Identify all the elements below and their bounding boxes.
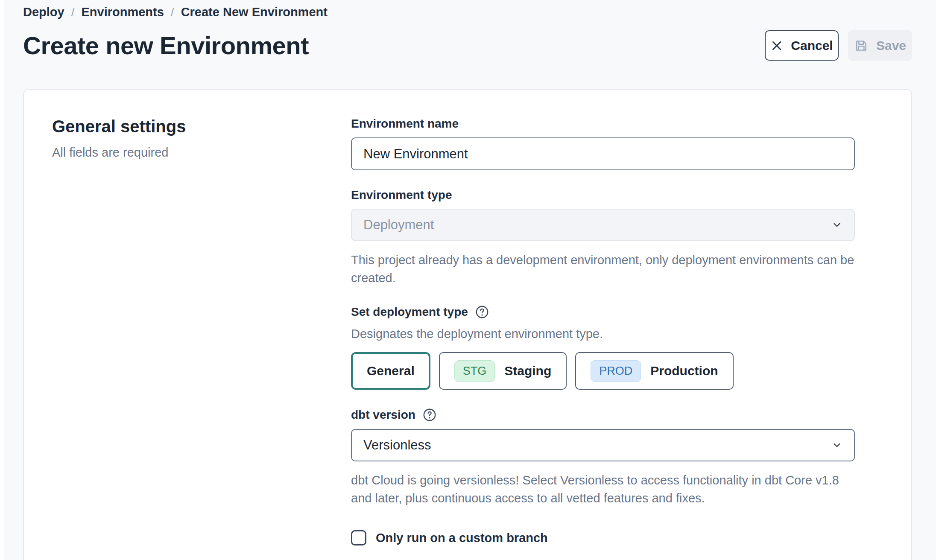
dbt-version-field: dbt version Versionless xyxy=(351,408,855,507)
custom-branch-field: Only run on a custom branch xyxy=(351,530,855,545)
environment-type-value: Deployment xyxy=(363,217,434,233)
chevron-down-icon xyxy=(831,440,842,451)
breadcrumb: Deploy / Environments / Create New Envir… xyxy=(23,4,912,19)
deployment-type-description: Designates the deployment environment ty… xyxy=(351,327,855,341)
deployment-type-label: Set deployment type xyxy=(351,305,468,319)
environment-name-label: Environment name xyxy=(351,117,855,131)
environment-type-field: Environment type Deployment This project… xyxy=(351,188,855,287)
dbt-version-value: Versionless xyxy=(363,438,431,453)
staging-badge: STG xyxy=(454,360,495,382)
save-icon xyxy=(854,38,869,53)
section-heading: General settings xyxy=(52,117,351,136)
breadcrumb-separator: / xyxy=(171,6,174,19)
deployment-type-field: Set deployment type Designates the deplo… xyxy=(351,305,855,390)
save-button-label: Save xyxy=(876,38,906,53)
deployment-type-options: General STG Staging PROD Production xyxy=(351,352,855,390)
dbt-version-select[interactable]: Versionless xyxy=(351,429,855,461)
close-icon xyxy=(770,39,783,52)
section-intro: General settings All fields are required xyxy=(52,117,351,545)
help-icon[interactable] xyxy=(422,408,437,422)
custom-branch-label[interactable]: Only run on a custom branch xyxy=(376,531,548,545)
breadcrumb-separator: / xyxy=(71,6,75,19)
deployment-type-option-staging[interactable]: STG Staging xyxy=(439,352,567,390)
general-settings-card: General settings All fields are required… xyxy=(23,89,912,560)
environment-type-label: Environment type xyxy=(351,188,855,202)
environment-type-select[interactable]: Deployment xyxy=(351,209,855,241)
custom-branch-checkbox[interactable] xyxy=(351,530,366,545)
chevron-down-icon xyxy=(831,219,842,230)
cancel-button[interactable]: Cancel xyxy=(765,30,839,61)
cancel-button-label: Cancel xyxy=(791,38,833,53)
breadcrumb-environments[interactable]: Environments xyxy=(81,5,164,19)
breadcrumb-current: Create New Environment xyxy=(181,5,328,19)
dbt-version-help: dbt Cloud is going versionless! Select V… xyxy=(351,471,855,507)
help-icon[interactable] xyxy=(475,305,489,319)
option-label: Staging xyxy=(504,364,551,378)
page-title: Create new Environment xyxy=(23,31,309,60)
page-header: Create new Environment Cancel Save xyxy=(23,30,912,61)
option-label: Production xyxy=(650,364,718,378)
environment-name-input[interactable] xyxy=(351,137,855,170)
save-button[interactable]: Save xyxy=(848,30,912,61)
header-actions: Cancel Save xyxy=(765,30,912,61)
breadcrumb-deploy[interactable]: Deploy xyxy=(23,5,64,19)
environment-type-help: This project already has a development e… xyxy=(351,251,855,287)
dbt-version-label: dbt version xyxy=(351,408,415,422)
environment-form: Environment name Environment type Deploy… xyxy=(351,117,855,545)
deployment-type-option-production[interactable]: PROD Production xyxy=(575,352,733,390)
production-badge: PROD xyxy=(591,360,641,382)
page: Deploy / Environments / Create New Envir… xyxy=(0,0,936,560)
deployment-type-option-general[interactable]: General xyxy=(351,352,430,390)
option-label: General xyxy=(367,364,415,378)
environment-name-field: Environment name xyxy=(351,117,855,170)
section-subheading: All fields are required xyxy=(52,146,351,160)
